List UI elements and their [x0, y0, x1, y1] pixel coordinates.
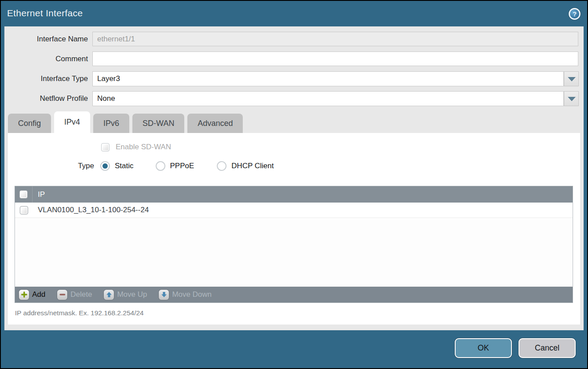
comment-label: Comment: [4, 52, 88, 66]
move-up-button-label: Move Up: [117, 290, 147, 299]
delete-button: Delete: [57, 290, 92, 300]
tab-strip: Config IPv4 IPv6 SD-WAN Advanced: [8, 111, 243, 133]
radio-static[interactable]: [100, 161, 110, 171]
cancel-button[interactable]: Cancel: [519, 338, 576, 358]
dialog-body: Interface Name Comment Interface Type La…: [4, 26, 584, 330]
dialog-footer: OK Cancel: [1, 330, 587, 368]
ip-format-hint: IP address/netmask. Ex. 192.168.2.254/24: [15, 309, 144, 317]
arrow-up-icon: [104, 290, 114, 300]
move-down-button: Move Down: [159, 290, 212, 300]
add-button[interactable]: Add: [19, 290, 45, 300]
radio-dhcp-client-label[interactable]: DHCP Client: [231, 162, 274, 170]
address-type-row: Type Static PPPoE DHCP Client: [8, 161, 274, 171]
table-toolbar: Add Delete Move Up: [15, 287, 573, 303]
interface-name-row: Interface Name: [4, 32, 584, 46]
tab-config[interactable]: Config: [8, 114, 51, 133]
chevron-down-icon: [568, 77, 576, 81]
enable-sdwan-row: Enable SD-WAN: [101, 143, 171, 151]
radio-dhcp-client[interactable]: [217, 161, 226, 171]
radio-pppoe-label[interactable]: PPPoE: [170, 162, 194, 170]
tab-ipv4[interactable]: IPv4: [54, 111, 90, 133]
help-icon[interactable]: ?: [569, 8, 581, 20]
row-checkbox[interactable]: [20, 206, 28, 214]
add-button-label: Add: [32, 290, 45, 299]
move-down-button-label: Move Down: [172, 290, 212, 299]
ip-column-header: IP: [33, 190, 45, 199]
radio-pppoe[interactable]: [156, 161, 165, 171]
arrow-down-icon: [159, 290, 169, 300]
ip-address-table: IP VLAN0100_L3_10-1-100-254--24 Add: [15, 186, 573, 303]
interface-name-label: Interface Name: [4, 32, 88, 46]
enable-sdwan-label: Enable SD-WAN: [116, 143, 171, 151]
ethernet-interface-dialog: Ethernet Interface ? Interface Name Comm…: [0, 0, 588, 369]
comment-input[interactable]: [92, 52, 578, 66]
comment-row: Comment: [4, 52, 584, 66]
interface-type-dropdown-button[interactable]: [564, 71, 579, 86]
tab-sdwan[interactable]: SD-WAN: [132, 114, 184, 133]
select-all-checkbox[interactable]: [19, 190, 28, 199]
ipv4-tab-panel: Enable SD-WAN Type Static PPPoE DHCP Cli…: [8, 133, 580, 325]
plus-icon: [19, 290, 29, 300]
row-checkbox-cell: [15, 203, 33, 218]
netflow-profile-row: Netflow Profile None: [4, 91, 584, 106]
netflow-profile-dropdown-button[interactable]: [564, 91, 579, 106]
delete-button-label: Delete: [70, 290, 92, 299]
interface-name-input: [92, 32, 578, 46]
ip-table-header: IP: [15, 186, 573, 203]
minus-icon: [57, 290, 67, 300]
interface-type-select[interactable]: Layer3: [92, 71, 564, 86]
tab-advanced[interactable]: Advanced: [187, 114, 243, 133]
dialog-title: Ethernet Interface: [7, 1, 83, 26]
ok-button[interactable]: OK: [455, 338, 512, 358]
table-empty-area: [15, 218, 573, 287]
radio-static-label[interactable]: Static: [115, 162, 134, 170]
header-checkbox-cell: [15, 186, 33, 203]
netflow-profile-select[interactable]: None: [92, 91, 564, 106]
dialog-titlebar: Ethernet Interface ?: [1, 1, 587, 26]
interface-type-label: Interface Type: [4, 71, 88, 86]
move-up-button: Move Up: [104, 290, 147, 300]
chevron-down-icon: [568, 97, 576, 101]
netflow-profile-label: Netflow Profile: [4, 91, 88, 106]
enable-sdwan-checkbox: [101, 143, 110, 151]
tab-ipv6[interactable]: IPv6: [93, 114, 129, 133]
table-row[interactable]: VLAN0100_L3_10-1-100-254--24: [15, 203, 573, 218]
interface-type-row: Interface Type Layer3: [4, 71, 584, 86]
ip-address-value[interactable]: VLAN0100_L3_10-1-100-254--24: [33, 206, 149, 214]
type-label: Type: [8, 162, 94, 170]
